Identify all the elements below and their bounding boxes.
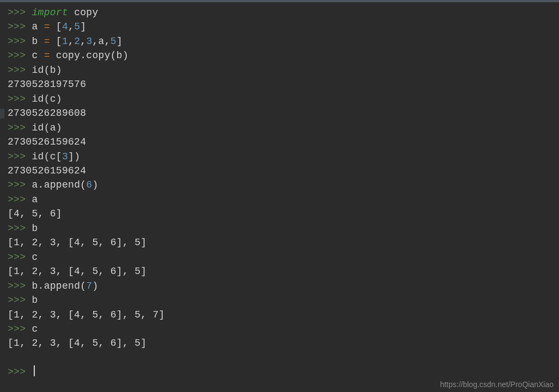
input-line[interactable]: >>> xyxy=(8,365,551,379)
repl-prompt: >>> xyxy=(8,7,26,18)
repl-prompt: >>> xyxy=(8,223,26,234)
output-line: 2730528197576 xyxy=(8,77,551,91)
output-line: 2730526159624 xyxy=(8,164,551,178)
cursor-icon xyxy=(34,365,35,376)
code-line: >>> c xyxy=(8,250,551,264)
code-line: >>> b xyxy=(8,293,551,307)
repl-prompt: >>> xyxy=(8,21,26,32)
repl-prompt: >>> xyxy=(8,94,26,104)
repl-prompt: >>> xyxy=(8,151,26,162)
output-line: 2730526159624 xyxy=(8,135,551,149)
code-line: >>> a = [4,5] xyxy=(8,20,551,34)
repl-prompt: >>> xyxy=(8,179,26,190)
code-line: >>> a.append(6) xyxy=(8,178,551,192)
code-line: >>> a xyxy=(8,192,551,207)
output-line: [1, 2, 3, [4, 5, 6], 5] xyxy=(8,235,551,250)
code-line: >>> c xyxy=(8,322,551,336)
repl-prompt: >>> xyxy=(8,281,26,291)
repl-prompt: >>> xyxy=(8,295,26,306)
watermark-text: https://blog.csdn.net/ProQianXiao xyxy=(440,380,554,389)
gutter-marker xyxy=(0,109,4,119)
code-line: >>> id(c) xyxy=(8,92,551,106)
code-line: >>> id(c[3]) xyxy=(8,150,551,164)
code-line: >>> c = copy.copy(b) xyxy=(8,48,551,63)
repl-prompt: >>> xyxy=(8,65,26,76)
output-line: [1, 2, 3, [4, 5, 6], 5] xyxy=(8,336,551,350)
repl-prompt: >>> xyxy=(8,323,26,334)
repl-prompt: >>> xyxy=(8,252,26,263)
output-line: 2730526289608 xyxy=(8,106,551,120)
code-line: >>> id(b) xyxy=(8,63,551,77)
repl-prompt: >>> xyxy=(8,36,26,47)
code-line: >>> id(a) xyxy=(8,121,551,135)
code-line: >>> b = [1,2,3,a,5] xyxy=(8,34,551,48)
repl-prompt: >>> xyxy=(8,50,26,61)
code-line: >>> import copy xyxy=(8,5,551,20)
output-line: [1, 2, 3, [4, 5, 6], 5] xyxy=(8,264,551,278)
code-line: >>> b.append(7) xyxy=(8,279,551,293)
code-line: >>> b xyxy=(8,221,551,235)
blank-line xyxy=(8,351,551,365)
output-line: [4, 5, 6] xyxy=(8,207,551,221)
python-repl-terminal[interactable]: >>> import copy >>> a = [4,5] >>> b = [1… xyxy=(0,0,559,382)
repl-prompt: >>> xyxy=(8,194,26,205)
output-line: [1, 2, 3, [4, 5, 6], 5, 7] xyxy=(8,308,551,322)
repl-prompt: >>> xyxy=(8,366,26,377)
repl-prompt: >>> xyxy=(8,122,26,133)
import-keyword: import xyxy=(32,7,68,18)
